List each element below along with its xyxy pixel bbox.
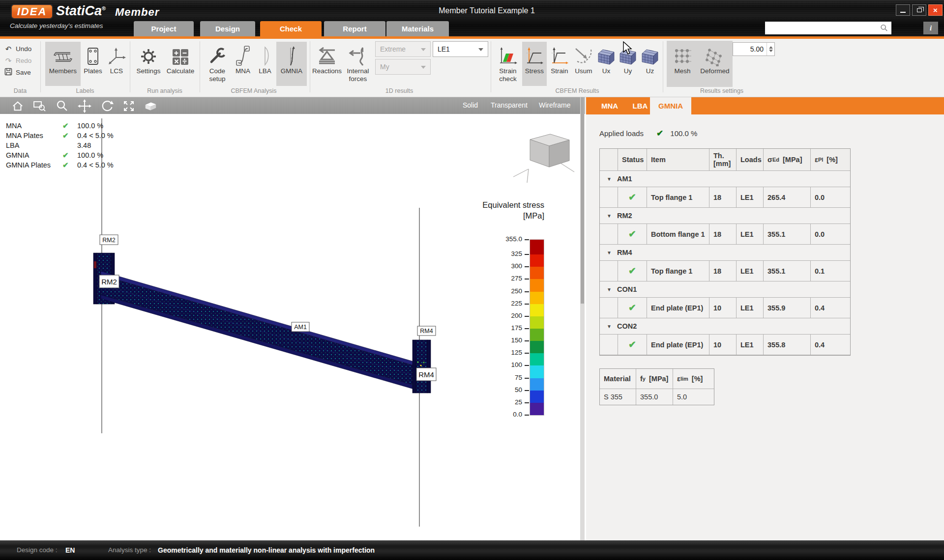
tab-check[interactable]: Check — [260, 21, 322, 36]
summary-analysis-name: MNA Plates — [6, 132, 62, 140]
reactions-button[interactable]: Reactions — [312, 42, 342, 86]
strain-icon — [548, 42, 571, 67]
mna-button[interactable]: MNA — [232, 42, 254, 86]
collapse-icon[interactable]: ▼ — [607, 250, 612, 255]
model-label-rm4: RM4 — [416, 368, 436, 381]
gmnia-button[interactable]: GMNIA — [276, 42, 307, 86]
code-setup-button[interactable]: Code setup — [204, 42, 231, 86]
table-group-header[interactable]: ▼RM4 — [600, 245, 850, 261]
deformed-button[interactable]: Deformed — [698, 42, 732, 86]
pan-icon[interactable] — [78, 100, 91, 112]
table-row[interactable]: ✔End plate (EP1)10LE1355.90.4 — [600, 298, 850, 318]
step-down-icon[interactable] — [769, 50, 773, 54]
scale-tick-label: 50 — [485, 386, 522, 393]
design-code-value: EN — [65, 546, 75, 554]
display-mode-transparent[interactable]: Transparent — [491, 101, 528, 109]
tagline: Calculate yesterday's estimates — [10, 22, 103, 29]
lba-button[interactable]: LBA — [255, 42, 275, 86]
collapse-icon[interactable]: ▼ — [607, 176, 612, 182]
check-table-body: ▼AM1✔Top flange 118LE1265.40.0▼RM2✔Botto… — [600, 171, 850, 355]
scale-tick-mark — [525, 402, 529, 403]
table-group-header[interactable]: ▼AM1 — [600, 171, 850, 187]
internal-forces-button[interactable]: Internal forces — [343, 42, 373, 86]
deformed-scale-value: 5.00 — [733, 45, 767, 53]
summary-row: MNA✔100.0 % — [6, 121, 124, 131]
search-icon[interactable] — [880, 24, 888, 32]
table-row[interactable]: ✔End plate (EP1)10LE1355.80.4 — [600, 335, 850, 355]
tab-report[interactable]: Report — [324, 21, 385, 36]
usum-label: Usum — [572, 67, 595, 75]
home-view-button[interactable] — [11, 100, 25, 112]
table-row[interactable]: ✔Top flange 118LE1355.10.1 — [600, 261, 850, 281]
svg-text:AM1: AM1 — [294, 324, 307, 331]
my-dropdown: My — [375, 59, 431, 75]
table-row[interactable]: ✔Top flange 118LE1265.40.0 — [600, 187, 850, 208]
material-header: Material — [600, 369, 636, 389]
rotate-icon[interactable] — [100, 100, 114, 112]
uy-label: Uy — [618, 67, 638, 75]
row-cell-thickness: 10 — [709, 298, 737, 318]
scrollbar-thumb[interactable] — [581, 97, 584, 304]
table-group-header[interactable]: ▼CON1 — [600, 281, 850, 298]
column-header-empty — [600, 149, 618, 170]
redo-button[interactable]: ↷Redo — [4, 55, 37, 66]
zoom-window-icon[interactable] — [32, 100, 46, 112]
calculate-button[interactable]: Calculate — [164, 42, 197, 86]
summary-analysis-name: GMNIA Plates — [6, 161, 62, 169]
collapse-icon[interactable]: ▼ — [607, 287, 612, 292]
view-cube[interactable] — [513, 134, 574, 183]
strain-check-button[interactable]: Strain check — [495, 42, 521, 86]
solid-box-icon[interactable] — [144, 100, 157, 112]
model-column-rm4[interactable] — [413, 340, 431, 393]
mesh-button[interactable]: Mesh — [669, 42, 696, 86]
table-row[interactable]: ✔Bottom flange 118LE1355.10.0 — [600, 224, 850, 245]
group-name: CON1 — [617, 285, 637, 293]
usum-button[interactable]: Usum — [572, 42, 595, 86]
group-label-run-analysis: Run analysis — [120, 87, 209, 94]
lcs-label: LCS — [105, 67, 128, 75]
tab-materials[interactable]: Materials — [386, 21, 449, 36]
lcs-button[interactable]: LCS — [105, 42, 128, 86]
status-check-icon: ✔ — [618, 298, 647, 318]
settings-button[interactable]: Settings — [134, 42, 163, 86]
scale-tick-mark — [525, 378, 529, 379]
undo-button[interactable]: ↶Undo — [4, 43, 37, 55]
table-group-header[interactable]: ▼RM2 — [600, 208, 850, 224]
close-button[interactable]: × — [928, 4, 943, 16]
scale-tick-label: 75 — [485, 374, 522, 381]
uz-button[interactable]: Uz — [639, 42, 661, 86]
chevron-down-icon — [421, 66, 426, 71]
display-mode-wireframe[interactable]: Wireframe — [539, 101, 571, 109]
ux-button[interactable]: Ux — [596, 42, 617, 86]
panel-tab-mna[interactable]: MNA — [595, 97, 624, 114]
tab-project[interactable]: Project — [134, 21, 194, 36]
zoom-extents-icon[interactable] — [122, 100, 136, 112]
deformed-scale-stepper[interactable]: 5.00 — [733, 42, 775, 56]
panel-tab-gmnia[interactable]: GMNIA — [650, 97, 691, 114]
info-button[interactable]: i — [923, 22, 938, 34]
tab-design[interactable]: Design — [200, 21, 255, 36]
collapse-icon[interactable]: ▼ — [607, 324, 612, 329]
members-button[interactable]: Members — [45, 42, 81, 86]
stepper-arrows[interactable] — [767, 43, 774, 56]
row-cell-epsilon: 0.1 — [811, 261, 850, 281]
plates-button[interactable]: Plates — [82, 42, 104, 86]
search-input[interactable] — [765, 22, 891, 34]
chevron-down-icon — [478, 48, 483, 54]
stress-button[interactable]: Stress — [522, 42, 547, 86]
collapse-icon[interactable]: ▼ — [607, 213, 612, 219]
svg-text:RM4: RM4 — [420, 328, 433, 335]
minimize-button[interactable] — [896, 4, 910, 16]
maximize-button[interactable] — [912, 4, 926, 16]
model-beam-am1[interactable] — [101, 271, 420, 391]
table-group-header[interactable]: ▼CON2 — [600, 318, 850, 335]
row-cell-item: Bottom flange 1 — [647, 224, 709, 244]
load-case-dropdown[interactable]: LE1 — [433, 41, 488, 57]
viewport-scrollbar[interactable] — [580, 97, 585, 540]
save-button[interactable]: Save — [4, 67, 37, 78]
display-mode-solid[interactable]: Solid — [463, 101, 478, 109]
strain-button[interactable]: Strain — [548, 42, 571, 86]
step-up-icon[interactable] — [769, 44, 773, 49]
scale-tick-label: 250 — [485, 287, 522, 295]
zoom-icon[interactable] — [55, 100, 69, 112]
